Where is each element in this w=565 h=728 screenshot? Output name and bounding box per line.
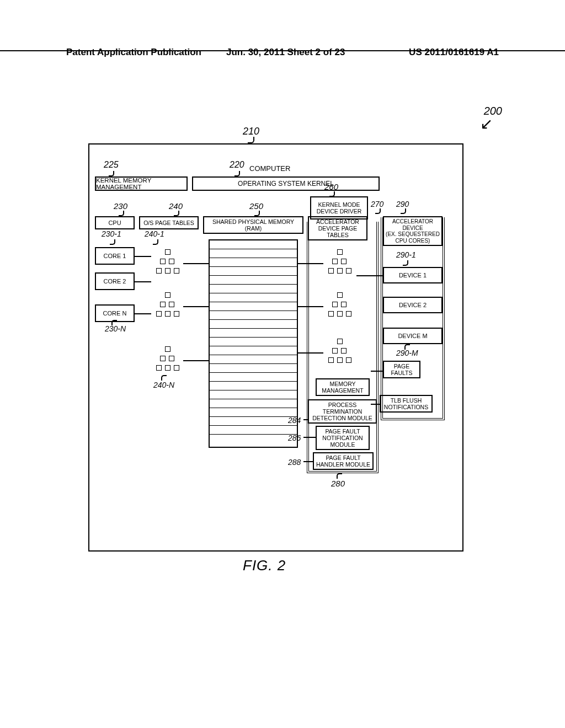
pgf-line2: FAULTS [384,370,419,376]
ref-240-1: 240-1 [145,229,164,238]
page-fault-notification-module-box: PAGE FAULT NOTIFICATION MODULE [316,426,370,450]
cpu-box: CPU [95,216,135,229]
ptdm-line2: TERMINATION [309,408,376,415]
core-1-box: CORE 1 [95,247,135,265]
ref-286: 286 [288,433,301,442]
process-termination-detection-module-box: PROCESS TERMINATION DETECTION MODULE [308,399,377,424]
leader-line [111,320,117,325]
header-right: US 2011/0161619 A1 [409,47,499,58]
leader-line [403,260,408,266]
ref-284: 284 [288,416,301,425]
arrow-icon [480,117,497,133]
connector-line [135,256,151,257]
mm-line1: MEMORY [317,381,369,387]
computer-label: COMPUTER [249,164,290,173]
ref-240-n: 240-N [153,381,174,389]
header-left: Patent Application Publication [66,47,201,58]
ref-210: 210 [243,126,259,137]
spm-line2: (RAM) [204,225,302,232]
adpt-line3: TABLES [309,232,366,238]
computer-box: COMPUTER 220 225 KERNEL MEMORY MANAGEMEN… [88,143,463,552]
kernel-memory-management-box: KERNEL MEMORY MANAGEMENT [95,176,188,191]
device-m-box: DEVICE M [383,328,443,344]
ref-290-1: 290-1 [396,250,416,259]
connector-line [183,360,209,361]
accelerator-device-page-tables-box: ACCELERATOR DEVICE PAGE TABLES [308,216,367,240]
ref-260: 260 [324,182,338,191]
leader-line [119,211,124,216]
pfnm-line2: NOTIFICATION [317,435,369,441]
connector-line [371,404,380,405]
device-2-box: DEVICE 2 [383,297,443,313]
page-table-tree-icon [323,249,356,277]
accdev-line3: (EX. SEQUESTERED [384,231,441,238]
connector-line [135,313,151,314]
leader-line [174,211,179,216]
leader-line [337,473,342,479]
tlb-flush-notifications-box: TLB FLUSH NOTIFICATIONS [380,395,433,413]
ref-240: 240 [169,201,183,211]
leader-line [375,208,381,214]
connector-line [183,263,209,264]
shared-memory-lines-icon [209,239,298,448]
connector-line [298,352,323,354]
ref-288: 288 [288,458,301,467]
ref-290-m: 290-M [396,349,418,357]
ref-250: 250 [249,201,263,211]
accdev-line2: DEVICE [384,225,441,232]
page-table-tree-icon [323,339,356,366]
kmdd-line1: KERNEL MODE [318,201,360,208]
device-1-box: DEVICE 1 [383,267,443,283]
pfnm-line3: MODULE [317,441,369,448]
leader-line [404,344,410,350]
ref-220: 220 [230,160,244,170]
leader-line [303,419,309,420]
ref-225: 225 [104,160,119,170]
ref-230-1: 230-1 [102,229,121,238]
page-fault-handler-module-box: PAGE FAULT HANDLER MODULE [313,452,374,470]
header-center: Jun. 30, 2011 Sheet 2 of 23 [226,47,345,58]
leader-line [110,239,115,245]
accelerator-device-box: ACCELERATOR DEVICE (EX. SEQUESTERED CPU … [383,216,443,246]
ref-270: 270 [371,200,383,208]
ref-230: 230 [114,201,127,211]
pfnm-line1: PAGE FAULT [317,428,369,435]
connector-line [356,275,383,276]
os-page-tables-box: O/S PAGE TABLES [139,216,199,229]
leader-line [254,211,260,216]
connector-line [135,281,151,282]
figure-label: FIG. 2 [243,557,286,574]
page-table-tree-icon [323,292,356,320]
page-table-tree-icon [151,292,184,320]
page-table-tree-icon [151,249,184,277]
pgf-line1: PAGE [384,363,419,370]
connector-line [371,371,383,372]
device-panel-border [381,217,445,420]
pfhm-line1: PAGE FAULT [314,454,372,461]
kmdd-line2: DEVICE DRIVER [317,208,362,215]
accdev-line1: ACCELERATOR [384,218,441,225]
leader-line [248,137,254,143]
connector-line [298,306,323,307]
pfhm-line2: HANDLER MODULE [314,461,372,468]
leader-line [401,208,406,214]
leader-line [303,437,316,438]
ref-280: 280 [331,479,345,488]
adpt-line1: ACCELERATOR [309,218,366,225]
ref-230-n: 230-N [105,324,126,333]
tlb-line1: TLB FLUSH [381,397,431,404]
figure-2-diagram: 200 210 COMPUTER 220 225 KERNEL MEMORY M… [88,127,480,557]
connector-line [183,306,209,307]
leader-line [161,375,167,381]
spm-line1: SHARED PHYSICAL MEMORY [204,218,302,225]
page-header: Patent Application Publication Jun. 30, … [0,47,565,51]
operating-system-kernel-box: OPERATING SYSTEM KERNEL [192,176,380,191]
ref-290: 290 [396,200,409,208]
accdev-line4: CPU CORES) [384,238,441,244]
leader-line [153,239,158,245]
adpt-line2: DEVICE PAGE [309,225,366,232]
ptdm-line1: PROCESS [309,402,376,408]
leader-line [234,171,240,176]
page-faults-box: PAGE FAULTS [383,361,420,378]
tlb-line2: NOTIFICATIONS [381,404,431,410]
